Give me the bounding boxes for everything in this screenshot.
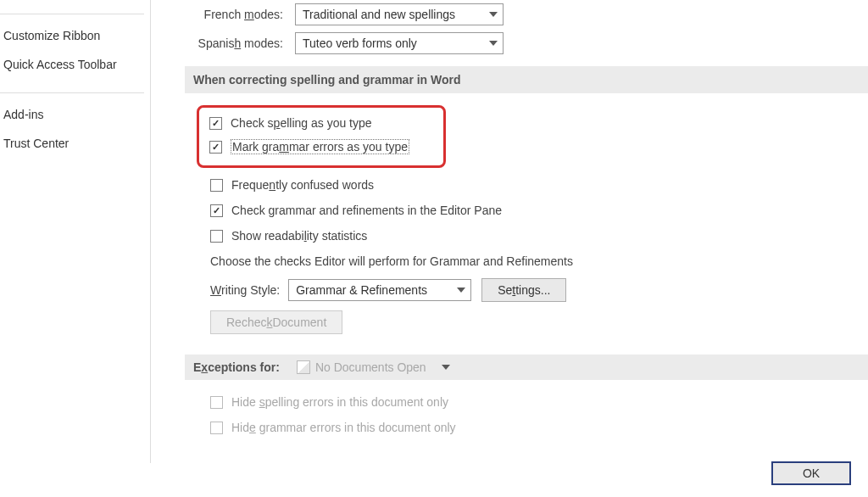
sidebar-item-label: Trust Center xyxy=(3,137,69,150)
chevron-down-icon xyxy=(442,365,450,370)
writing-style-dropdown[interactable]: Grammar & Refinements xyxy=(288,279,471,301)
hide-grammar-errors-label: Hide grammar errors in this document onl… xyxy=(231,421,456,434)
chevron-down-icon xyxy=(457,288,465,293)
sidebar: Customize Ribbon Quick Access Toolbar Ad… xyxy=(0,0,151,463)
sidebar-item-trust-center[interactable]: Trust Center xyxy=(0,129,150,158)
dropdown-value: Tuteo verb forms only xyxy=(303,36,417,50)
writing-style-label: Writing Style: xyxy=(210,283,280,297)
frequently-confused-checkbox[interactable] xyxy=(210,179,223,192)
dropdown-value: Grammar & Refinements xyxy=(296,283,427,297)
mark-grammar-row: Mark grammar errors as you type xyxy=(209,140,433,154)
french-modes-row: French modes: Traditional and new spelli… xyxy=(185,3,868,25)
hide-spelling-errors-label: Hide spelling errors in this document on… xyxy=(231,395,448,409)
writing-style-row: Writing Style: Grammar & Refinements Set… xyxy=(210,278,868,302)
hide-grammar-errors-checkbox xyxy=(210,422,223,434)
recheck-document-button: Recheck Document xyxy=(210,310,342,334)
main-content: French modes: Traditional and new spelli… xyxy=(161,0,868,463)
frequently-confused-row: Frequently confused words xyxy=(210,178,868,192)
check-spelling-label: Check spelling as you type xyxy=(231,116,372,130)
show-readability-checkbox[interactable] xyxy=(210,230,223,243)
highlighted-options: Check spelling as you type Mark grammar … xyxy=(197,105,446,168)
french-modes-dropdown[interactable]: Traditional and new spellings xyxy=(295,3,504,25)
hide-spelling-errors-row: Hide spelling errors in this document on… xyxy=(210,395,868,409)
check-spelling-row: Check spelling as you type xyxy=(209,116,433,130)
mark-grammar-checkbox[interactable] xyxy=(209,141,222,154)
document-icon xyxy=(297,360,310,374)
settings-button[interactable]: Settings... xyxy=(481,278,566,302)
french-modes-label: French modes: xyxy=(185,8,295,21)
chevron-down-icon xyxy=(489,41,498,46)
check-grammar-editor-checkbox[interactable] xyxy=(210,204,223,217)
choose-checks-text: Choose the checks Editor will perform fo… xyxy=(210,254,868,268)
check-grammar-editor-label: Check grammar and refinements in the Edi… xyxy=(231,204,502,217)
sidebar-item-label: Add-ins xyxy=(3,108,43,121)
spanish-modes-label: Spanish modes: xyxy=(185,36,295,50)
exceptions-dropdown[interactable]: No Documents Open xyxy=(315,360,426,374)
hide-spelling-errors-checkbox xyxy=(210,396,223,409)
exceptions-for-header: Exceptions for: No Documents Open xyxy=(185,355,868,380)
sidebar-item-quick-access-toolbar[interactable]: Quick Access Toolbar xyxy=(0,50,150,79)
hide-grammar-errors-row: Hide grammar errors in this document onl… xyxy=(210,421,868,434)
check-grammar-editor-row: Check grammar and refinements in the Edi… xyxy=(210,204,868,217)
dropdown-value: Traditional and new spellings xyxy=(303,8,455,21)
show-readability-label: Show readability statistics xyxy=(231,229,367,243)
frequently-confused-label: Frequently confused words xyxy=(231,178,374,192)
sidebar-divider xyxy=(0,14,144,14)
mark-grammar-label: Mark grammar errors as you type xyxy=(231,140,409,154)
sidebar-divider xyxy=(0,92,144,93)
chevron-down-icon xyxy=(489,12,498,17)
sidebar-item-customize-ribbon[interactable]: Customize Ribbon xyxy=(0,21,150,50)
check-spelling-checkbox[interactable] xyxy=(209,117,222,130)
sidebar-item-label: Quick Access Toolbar xyxy=(3,58,117,71)
exceptions-title: Exceptions for: xyxy=(193,360,280,374)
spanish-modes-row: Spanish modes: Tuteo verb forms only xyxy=(185,32,868,54)
section-header-spelling-grammar: When correcting spelling and grammar in … xyxy=(185,66,868,93)
sidebar-item-add-ins[interactable]: Add-ins xyxy=(0,100,150,129)
sidebar-item-label: Customize Ribbon xyxy=(3,29,100,42)
spanish-modes-dropdown[interactable]: Tuteo verb forms only xyxy=(295,32,504,54)
ok-button[interactable]: OK xyxy=(771,461,851,485)
show-readability-row: Show readability statistics xyxy=(210,229,868,243)
